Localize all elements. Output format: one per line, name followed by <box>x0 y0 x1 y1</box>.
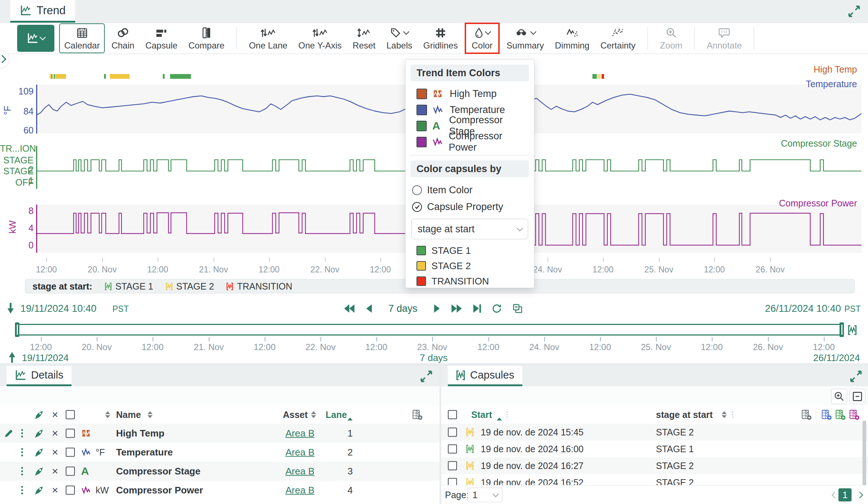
rocket-icon[interactable] <box>34 485 45 496</box>
gridlines-button[interactable]: Gridlines <box>419 24 462 53</box>
investigate-start-date[interactable]: 19/11/2024 <box>22 352 69 364</box>
chain-button[interactable]: Chain <box>107 24 139 53</box>
trend-item-color-row[interactable]: Compressor Power <box>416 134 529 150</box>
certainty-button[interactable]: Certainty <box>596 24 640 53</box>
row-checkbox[interactable] <box>66 429 75 438</box>
capsule-segment[interactable] <box>592 74 597 79</box>
row-menu-icon[interactable] <box>21 429 23 438</box>
capsule-button[interactable]: Capsule <box>141 24 182 53</box>
capsule-property-select[interactable]: stage at start <box>411 219 528 239</box>
sort-icon[interactable] <box>722 411 727 418</box>
reset-button[interactable]: Reset <box>348 24 380 53</box>
expand-icon[interactable] <box>849 370 863 383</box>
column-property[interactable]: stage at start <box>656 410 713 420</box>
rocket-icon[interactable] <box>34 466 45 477</box>
row-checkbox[interactable] <box>448 461 457 470</box>
column-lane[interactable]: Lane <box>326 410 347 420</box>
step-forward-icon[interactable] <box>433 303 441 314</box>
tab-trend[interactable]: Trend <box>10 0 75 23</box>
remove-all-icon[interactable]: × <box>52 410 58 419</box>
capsule-row[interactable]: 19 de nov. de 2024 15:45STAGE 2 <box>441 424 868 441</box>
collapse-button[interactable] <box>849 389 865 404</box>
compare-button[interactable]: Compare <box>184 24 229 53</box>
details-row[interactable]: ×High TempArea B1 <box>0 424 439 443</box>
one-y-axis-button[interactable]: One Y-Axis <box>294 24 346 53</box>
pencil-icon[interactable] <box>4 428 14 438</box>
tab-details[interactable]: Details <box>7 366 72 386</box>
rocket-icon[interactable] <box>34 409 45 420</box>
sort-icon[interactable] <box>311 411 316 418</box>
one-lane-button[interactable]: One Lane <box>245 24 292 53</box>
radio-icon[interactable] <box>412 185 422 195</box>
sort-asc-icon[interactable] <box>497 411 502 418</box>
step-back-double-icon[interactable] <box>343 303 356 314</box>
sort-icon[interactable] <box>105 411 110 418</box>
expand-icon[interactable] <box>420 370 433 383</box>
display-end[interactable]: 26/11/2024 10:40 <box>765 303 841 314</box>
capsule-row[interactable]: 19 de nov. de 2024 16:00STAGE 1 <box>441 441 868 457</box>
asset-link[interactable]: Area B <box>285 447 315 458</box>
range-duration[interactable]: 7 days <box>388 303 418 314</box>
page-select[interactable]: 1 <box>468 488 503 502</box>
radio-icon[interactable] <box>412 202 422 212</box>
timeline-slider[interactable] <box>16 324 843 336</box>
step-to-end-icon[interactable] <box>472 303 482 314</box>
capsule-segment[interactable] <box>598 74 599 79</box>
select-all-checkbox[interactable] <box>448 410 457 419</box>
labels-button[interactable]: Labels <box>382 24 417 53</box>
remove-icon[interactable]: × <box>52 447 58 457</box>
item-name[interactable]: Compressor Power <box>116 485 203 496</box>
sort-icon[interactable] <box>147 411 153 418</box>
slider-right-handle[interactable] <box>840 322 844 337</box>
scrollbar[interactable] <box>863 420 866 486</box>
copy-range-icon[interactable] <box>512 303 523 314</box>
slider-left-handle[interactable] <box>15 322 19 337</box>
color-button[interactable]: Color <box>467 24 497 53</box>
investigate-end-date[interactable]: 26/11/2024 <box>813 352 860 364</box>
capsule-segment[interactable] <box>50 74 51 79</box>
column-name[interactable]: Name <box>116 410 141 420</box>
capsule-segment[interactable] <box>55 74 66 79</box>
color-swatch[interactable] <box>416 137 427 147</box>
add-stat-column-icon[interactable] <box>849 409 860 420</box>
current-page-button[interactable]: 1 <box>838 488 852 501</box>
details-row[interactable]: ×°FTemperatureArea B2 <box>0 443 439 462</box>
capsule-segment[interactable] <box>54 74 55 79</box>
display-start[interactable]: 19/11/2024 10:40 <box>20 303 96 314</box>
item-name[interactable]: Compressor Stage <box>116 466 200 477</box>
add-stat-column-icon[interactable] <box>835 409 846 420</box>
capsule-segment[interactable] <box>599 74 600 79</box>
details-row[interactable]: ×kWCompressor PowerArea B4 <box>0 481 439 500</box>
item-name[interactable]: High Temp <box>116 428 164 439</box>
color-swatch[interactable] <box>416 89 427 99</box>
step-forward-double-icon[interactable] <box>450 303 463 314</box>
tab-capsules[interactable]: Capsules <box>448 366 522 386</box>
color-swatch[interactable] <box>416 105 427 115</box>
legend-item[interactable]: STAGE 2 <box>166 281 214 292</box>
expand-icon[interactable] <box>848 5 861 18</box>
remove-icon[interactable]: × <box>52 429 58 438</box>
row-menu-icon[interactable] <box>21 467 23 476</box>
rocket-icon[interactable] <box>34 447 45 458</box>
calendar-button[interactable]: Calendar <box>59 23 105 53</box>
next-page-button[interactable] <box>853 488 866 501</box>
remove-icon[interactable]: × <box>52 466 58 476</box>
add-column-icon[interactable] <box>412 409 423 420</box>
item-name[interactable]: Temperature <box>116 447 173 458</box>
capsule-segment[interactable] <box>163 74 165 79</box>
row-checkbox[interactable] <box>66 448 75 457</box>
step-back-icon[interactable] <box>365 303 373 314</box>
radio-item-color[interactable]: Item Color <box>412 182 529 198</box>
select-all-checkbox[interactable] <box>66 410 75 419</box>
summary-button[interactable]: Summary <box>502 24 549 53</box>
row-checkbox[interactable] <box>448 445 457 454</box>
add-column-icon[interactable] <box>801 409 812 420</box>
row-checkbox[interactable] <box>66 486 75 495</box>
column-grip-icon[interactable] <box>506 411 508 418</box>
capsule-segment[interactable] <box>170 74 191 79</box>
details-row[interactable]: ×ACompressor StageArea B3 <box>0 462 439 481</box>
radio-capsule-property[interactable]: Capsule Property <box>412 198 529 215</box>
capsule-segment[interactable] <box>104 74 106 79</box>
capsule-row[interactable]: 19 de nov. de 2024 16:27STAGE 2 <box>441 457 868 474</box>
row-checkbox[interactable] <box>448 428 457 437</box>
